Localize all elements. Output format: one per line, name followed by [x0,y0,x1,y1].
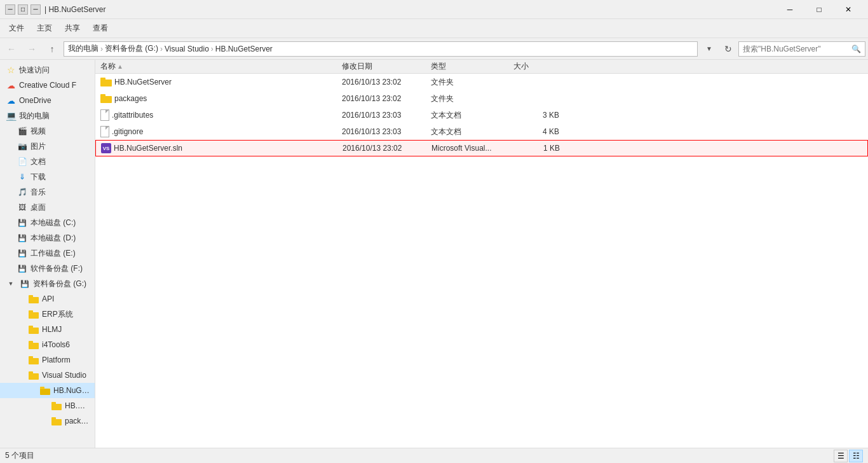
menu-file[interactable]: 文件 [3,20,31,36]
image-icon: 📷 [17,141,28,152]
sidebar-label-docs: 文档 [31,156,46,167]
list-view-button[interactable]: ☰ [834,450,848,462]
hbnugets-folder-icon [51,400,62,411]
main-area: ☆ 快速访问 ☁ Creative Cloud F ☁ OneDrive 💻 我… [0,60,868,448]
sidebar-label-i4tools: i4Tools6 [42,340,70,349]
up-button[interactable]: ↑ [43,40,61,58]
sidebar-item-hbnugets[interactable]: HB.NuGetS [0,398,95,413]
sidebar-label-drive-e: 工作磁盘 (E:) [31,248,76,259]
file-type-sln: Microsoft Visual... [429,144,512,153]
sidebar-label-hlmj: HLMJ [42,325,62,334]
title-bar-icons: ─ □ ─ [5,4,41,15]
file-row-hbnugetserver-folder[interactable]: HB.NuGetServer 2016/10/13 23:02 文件夹 [95,74,868,90]
col-header-type[interactable]: 类型 [428,61,511,72]
address-bar: ← → ↑ 我的电脑 › 资料备份盘 (G:) › Visual Studio … [0,38,868,60]
sidebar-item-video[interactable]: 🎬 视频 [0,123,95,139]
drive-g-expand-icon: ▼ [5,278,17,289]
menu-share[interactable]: 共享 [58,20,86,36]
file-name-gitattributes: .gitattributes [98,109,339,121]
sidebar-item-platform[interactable]: Platform [0,352,95,368]
drive-e-icon: 💾 [17,247,28,259]
sidebar-item-i4tools[interactable]: i4Tools6 [0,337,95,352]
menu-view[interactable]: 查看 [86,20,114,36]
sidebar-item-docs[interactable]: 📄 文档 [0,154,95,169]
search-box[interactable]: 🔍 [738,41,865,57]
sidebar-item-quickaccess[interactable]: ☆ 快速访问 [0,62,95,78]
status-count: 5 个项目 [5,450,34,461]
sidebar-label-video: 视频 [31,126,46,137]
file-row-packages-folder[interactable]: packages 2016/10/13 23:02 文件夹 [95,90,868,107]
sidebar-item-pictures[interactable]: 📷 图片 [0,139,95,154]
folder-icon-packages [100,94,112,103]
sidebar-label-platform: Platform [42,356,71,364]
sidebar-item-mypc[interactable]: 💻 我的电脑 [0,108,95,123]
sidebar-item-erp[interactable]: ERP系统 [0,307,95,322]
star-icon: ☆ [5,64,17,76]
sidebar-item-drive-g[interactable]: ▼ 💾 资料备份盘 (G:) [0,276,95,291]
forward-button[interactable]: → [23,40,41,58]
sidebar-item-desktop[interactable]: 🖼 桌面 [0,200,95,215]
file-name-sln: VS HB.NuGetServer.sln [98,143,340,153]
pc-icon: 💻 [5,110,17,121]
sidebar-item-drive-e[interactable]: 💾 工作磁盘 (E:) [0,245,95,261]
col-header-name[interactable]: 名称 ▲ [98,61,339,72]
sidebar-item-api[interactable]: API [0,291,95,307]
file-row-sln[interactable]: VS HB.NuGetServer.sln 2016/10/13 23:02 M… [95,140,868,156]
sidebar-item-vs[interactable]: Visual Studio [0,368,95,383]
sidebar-item-packages[interactable]: packages [0,413,95,429]
close-button[interactable]: ✕ [834,0,863,19]
drive-c-icon: 💾 [17,217,28,228]
search-icon: 🔍 [851,45,861,53]
menu-home[interactable]: 主页 [31,20,58,36]
file-name-gitignore: .gitignore [98,126,339,137]
download-icon: ⇓ [17,171,28,183]
title-icon-2: □ [18,4,28,15]
sln-icon: VS [101,143,111,153]
col-header-size[interactable]: 大小 [511,61,562,72]
file-type-hbnugetserver-folder: 文件夹 [428,77,511,88]
search-input[interactable] [743,45,849,53]
file-row-gitignore[interactable]: .gitignore 2016/10/13 23:03 文本文档 4 KB [95,123,868,140]
file-row-gitattributes[interactable]: .gitattributes 2016/10/13 23:03 文本文档 3 K… [95,107,868,123]
sidebar-label-mypc: 我的电脑 [19,111,50,121]
sidebar-item-downloads[interactable]: ⇓ 下载 [0,169,95,184]
sidebar-label-vs: Visual Studio [42,371,86,380]
packages-folder-icon [51,415,62,427]
sidebar-item-drive-c[interactable]: 💾 本地磁盘 (C:) [0,215,95,230]
sidebar-item-drive-f[interactable]: 💾 软件备份盘 (F:) [0,261,95,276]
file-list-header: 名称 ▲ 修改日期 类型 大小 [95,60,868,74]
title-bar-controls: ─ □ ✕ [775,0,863,19]
sidebar-item-onedrive[interactable]: ☁ OneDrive [0,93,95,108]
sidebar-label-music: 音乐 [31,187,46,198]
sidebar-label-drive-c: 本地磁盘 (C:) [31,218,76,228]
col-header-date[interactable]: 修改日期 [339,61,428,72]
refresh-button[interactable]: ↻ [721,41,736,57]
sidebar-label-drive-f: 软件备份盘 (F:) [31,263,83,274]
drive-d-icon: 💾 [17,232,28,244]
breadcrumb-current: HB.NuGetServer [215,45,273,53]
file-date-hbnugetserver-folder: 2016/10/13 23:02 [339,78,428,86]
api-folder-icon [28,293,39,305]
file-date-packages-folder: 2016/10/13 23:02 [339,94,428,103]
back-button[interactable]: ← [3,40,20,58]
dropdown-button[interactable]: ▼ [700,40,718,58]
doc-folder-icon: 📄 [17,156,28,167]
sidebar-item-hlmj[interactable]: HLMJ [0,322,95,337]
breadcrumb-vs: Visual Studio [165,45,209,53]
sidebar-item-drive-d[interactable]: 💾 本地磁盘 (D:) [0,230,95,245]
maximize-button[interactable]: □ [804,0,834,19]
sidebar-item-creativecloud[interactable]: ☁ Creative Cloud F [0,78,95,93]
title-icon-1: ─ [5,4,15,15]
title-bar: ─ □ ─ | HB.NuGetServer ─ □ ✕ [0,0,868,19]
file-type-gitattributes: 文本文档 [428,110,511,121]
detail-view-button[interactable]: ☷ [849,450,863,462]
address-box[interactable]: 我的电脑 › 资料备份盘 (G:) › Visual Studio › HB.N… [64,41,698,57]
sidebar-item-hbnugetserver[interactable]: HB.NuGetSe [0,383,95,398]
hbnuget-folder-icon [39,385,51,396]
minimize-button[interactable]: ─ [775,0,804,19]
file-name-hbnugetserver-folder: HB.NuGetServer [98,78,339,86]
doc-icon-gitattributes [100,109,109,121]
sidebar-item-music[interactable]: 🎵 音乐 [0,184,95,200]
sidebar-label-drive-g: 资料备份盘 (G:) [33,279,86,289]
drive-f-icon: 💾 [17,263,28,274]
